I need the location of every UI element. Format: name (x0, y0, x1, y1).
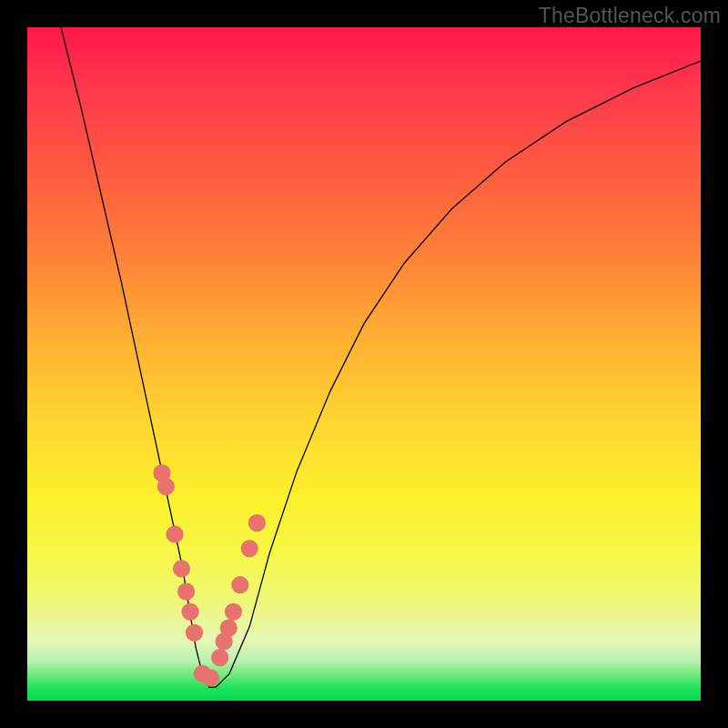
chart-container: TheBottleneck.com (0, 0, 728, 728)
heat-gradient-background (27, 27, 701, 701)
watermark-text: TheBottleneck.com (539, 4, 721, 28)
plot-area (27, 27, 701, 701)
